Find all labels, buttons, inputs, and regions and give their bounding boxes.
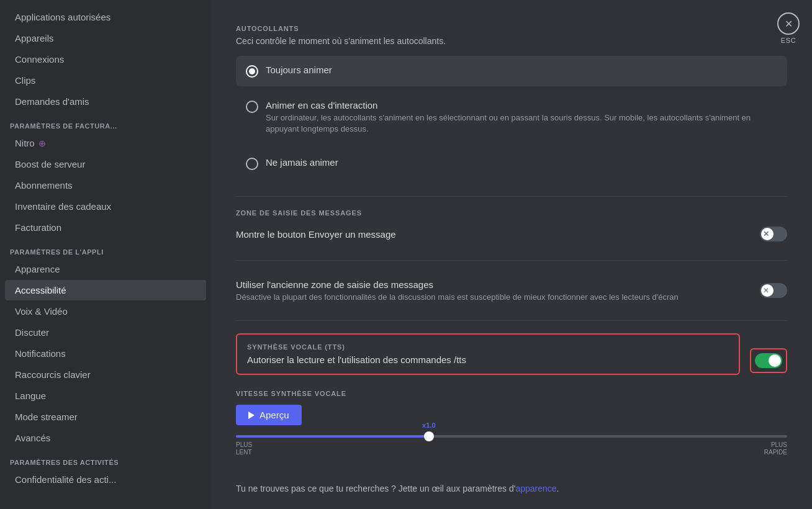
sidebar-item-label: Applications autorisées	[15, 12, 111, 22]
esc-button[interactable]: ✕ ESC	[777, 12, 800, 44]
toggle-label-bouton-envoyer: Montre le bouton Envoyer un message	[236, 229, 396, 240]
sidebar-section-top: Applications autorisées Appareils Connex…	[0, 7, 211, 112]
speed-label-left: PLUSLENT	[236, 441, 252, 456]
sidebar-item-label: Inventaire des cadeaux	[15, 201, 111, 212]
sidebar-item-label: Avancés	[15, 433, 50, 443]
toggle-tts[interactable]: ✓	[755, 353, 782, 368]
sidebar: Applications autorisées Appareils Connex…	[0, 0, 211, 509]
radio-label-interaction: Animer en cas d'interaction	[266, 100, 777, 110]
divider-2	[236, 260, 787, 261]
sidebar-item-label: Abonnements	[15, 180, 73, 191]
nitro-icon: ⊕	[38, 138, 46, 148]
sidebar-section-label-facturation: Paramètres de factura...	[0, 112, 211, 132]
speed-title: Vitesse synthèse vocale	[236, 390, 787, 397]
esc-label: ESC	[781, 37, 796, 44]
speed-slider-thumb[interactable]	[424, 431, 434, 441]
toggle-row-ancienne-zone: Utiliser l'ancienne zone de saisie des m…	[236, 273, 787, 308]
sidebar-item-label: Notifications	[15, 348, 66, 359]
preview-button[interactable]: Aperçu	[236, 405, 302, 425]
main-content: ✕ ESC Autocollants Ceci contrôle le mome…	[211, 0, 812, 509]
sidebar-item-demandes-amis[interactable]: Demandes d'amis	[5, 91, 206, 112]
play-icon	[248, 412, 255, 419]
speed-section: Vitesse synthèse vocale Aperçu x1.0 PLUS…	[236, 390, 787, 469]
sidebar-item-avances[interactable]: Avancés	[5, 428, 206, 448]
toggle-bouton-envoyer[interactable]: ✕	[760, 227, 787, 241]
sidebar-item-nitro[interactable]: Nitro ⊕	[5, 133, 206, 153]
sidebar-item-connexions[interactable]: Connexions	[5, 49, 206, 70]
sidebar-section-label-appli: Paramètres de l'appli	[0, 238, 211, 258]
tts-section-wrapper: Synthèse vocale (TTS) Autoriser la lectu…	[236, 333, 787, 387]
sidebar-item-clips[interactable]: Clips	[5, 70, 206, 91]
footer-after: .	[557, 484, 559, 493]
toggle-ancienne-zone[interactable]: ✕	[760, 283, 787, 298]
speed-slider-fill	[236, 435, 429, 438]
sidebar-item-inventaire-cadeaux[interactable]: Inventaire des cadeaux	[5, 196, 206, 217]
sidebar-item-label: Confidentialité des acti...	[15, 474, 116, 485]
sidebar-item-label: Nitro	[15, 138, 35, 148]
sidebar-item-notifications[interactable]: Notifications	[5, 343, 206, 364]
sidebar-item-label: Demandes d'amis	[15, 96, 89, 107]
sidebar-item-label: Clips	[15, 75, 35, 86]
radio-jamais[interactable]: Ne jamais animer	[236, 148, 787, 179]
sidebar-item-confidentialite-acti[interactable]: Confidentialité des acti...	[5, 469, 206, 490]
autocollants-title: Autocollants	[236, 25, 787, 32]
radio-circle-interaction	[246, 101, 258, 113]
sidebar-item-abonnements[interactable]: Abonnements	[5, 175, 206, 196]
sidebar-section-label-activites: Paramètres des activités	[0, 449, 211, 469]
toggle-label-ancienne-zone: Utiliser l'ancienne zone de saisie des m…	[236, 279, 679, 290]
sidebar-item-label: Mode streamer	[15, 412, 78, 422]
sidebar-item-mode-streamer[interactable]: Mode streamer	[5, 407, 206, 427]
sidebar-item-label: Langue	[15, 390, 46, 401]
sidebar-item-apparence[interactable]: Apparence	[5, 259, 206, 279]
divider-1	[236, 196, 787, 197]
radio-label-jamais: Ne jamais animer	[266, 157, 777, 168]
preview-label: Aperçu	[259, 410, 289, 420]
tts-title: Synthèse vocale (TTS)	[247, 343, 729, 351]
sidebar-item-raccourcis-clavier[interactable]: Raccourcis clavier	[5, 364, 206, 385]
divider-3	[236, 320, 787, 321]
toggle-x-bouton-envoyer: ✕	[763, 230, 769, 238]
sidebar-item-label: Discuter	[15, 327, 49, 338]
radio-sublabel-interaction: Sur ordinateur, les autocollants s'anime…	[266, 112, 777, 135]
sidebar-section-appli: Paramètres de l'appli Apparence Accessib…	[0, 238, 211, 448]
sidebar-item-discuter[interactable]: Discuter	[5, 322, 206, 343]
tts-box: Synthèse vocale (TTS) Autoriser la lectu…	[236, 333, 740, 375]
sidebar-item-applications-autorisees[interactable]: Applications autorisées	[5, 7, 206, 27]
toggle-check-tts: ✓	[774, 356, 779, 364]
sidebar-item-langue[interactable]: Langue	[5, 385, 206, 406]
esc-circle[interactable]: ✕	[777, 12, 800, 35]
speed-slider-labels: PLUSLENT PLUSRAPIDE	[236, 441, 787, 456]
sidebar-item-facturation[interactable]: Facturation	[5, 217, 206, 238]
radio-toujours[interactable]: Toujours animer	[236, 56, 787, 86]
esc-icon: ✕	[785, 18, 793, 30]
section-zone-saisie: Zone de saisie des messages Montre le bo…	[236, 209, 787, 308]
footer-link-apparence[interactable]: apparence	[515, 484, 556, 493]
speed-slider-container: x1.0 PLUSLENT PLUSRAPIDE	[236, 435, 787, 469]
autocollants-desc: Ceci contrôle le moment où s'animent les…	[236, 36, 787, 46]
sidebar-section-facturation: Paramètres de factura... Nitro ⊕ Boost d…	[0, 112, 211, 238]
speed-marker: x1.0	[422, 421, 435, 429]
tts-toggle-label: Autoriser la lecture et l'utilisation de…	[247, 354, 729, 365]
sidebar-item-label: Voix & Vidéo	[15, 306, 68, 317]
sidebar-item-label: Accessibilité	[15, 285, 66, 295]
speed-label-right: PLUSRAPIDE	[764, 441, 787, 456]
sidebar-item-accessibilite[interactable]: Accessibilité	[5, 280, 206, 300]
sidebar-item-voix-video[interactable]: Voix & Vidéo	[5, 301, 206, 322]
sidebar-item-label: Boost de serveur	[15, 159, 85, 169]
sidebar-item-label: Apparence	[15, 264, 60, 274]
sidebar-item-label: Raccourcis clavier	[15, 369, 91, 380]
sidebar-item-label: Connexions	[15, 54, 64, 65]
radio-interaction[interactable]: Animer en cas d'interaction Sur ordinate…	[236, 91, 787, 143]
footer-text: Tu ne trouves pas ce que tu recherches ?…	[236, 484, 787, 493]
section-autocollants: Autocollants Ceci contrôle le moment où …	[236, 25, 787, 179]
radio-label-toujours: Toujours animer	[266, 65, 777, 75]
toggle-row-bouton-envoyer: Montre le bouton Envoyer un message ✕	[236, 220, 787, 248]
speed-slider-track	[236, 435, 787, 438]
sidebar-item-boost-serveur[interactable]: Boost de serveur	[5, 154, 206, 174]
sidebar-section-activites: Paramètres des activités Confidentialité…	[0, 449, 211, 490]
radio-circle-toujours	[246, 65, 258, 78]
toggle-x-ancienne-zone: ✕	[763, 286, 769, 295]
speed-slider-track-wrapper: x1.0	[236, 435, 787, 438]
sidebar-item-appareils[interactable]: Appareils	[5, 28, 206, 48]
footer-before: Tu ne trouves pas ce que tu recherches ?…	[236, 484, 515, 493]
